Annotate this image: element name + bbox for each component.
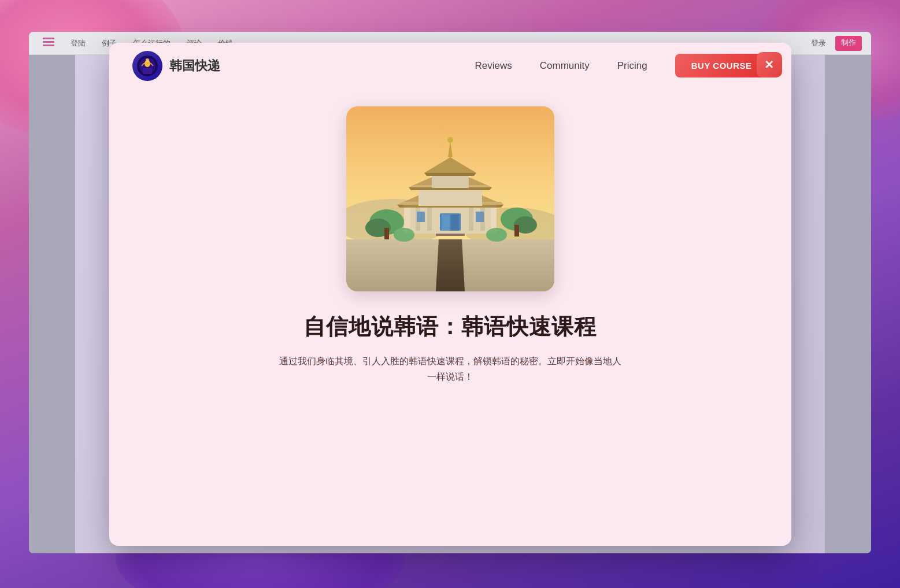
buy-course-button[interactable]: BUY COURSE (675, 54, 768, 77)
svg-marker-15 (436, 239, 465, 291)
modal-header: 韩国快递 Reviews Community Pricing BUY COURS… (109, 43, 791, 89)
nav-reviews[interactable]: Reviews (475, 60, 512, 72)
close-icon: ✕ (764, 58, 774, 72)
nav-community[interactable]: Community (540, 60, 590, 72)
svg-rect-44 (384, 228, 389, 239)
svg-point-7 (146, 58, 149, 62)
svg-marker-39 (424, 173, 476, 176)
logo-area: 韩国快递 (132, 51, 220, 81)
modal-nav: Reviews Community Pricing (475, 60, 647, 72)
logo-icon (132, 51, 162, 81)
course-modal: ✕ (109, 43, 791, 546)
logo-text: 韩国快递 (169, 57, 220, 75)
nav-pricing[interactable]: Pricing (617, 60, 647, 72)
svg-rect-50 (404, 205, 497, 234)
svg-point-41 (447, 137, 453, 143)
svg-rect-5 (143, 68, 152, 74)
hero-title: 自信地说韩语：韩语快速课程 (303, 312, 597, 342)
hero-image (346, 106, 554, 291)
modal-overlay: ✕ (0, 0, 900, 588)
modal-body: 自信地说韩语：韩语快速课程 通过我们身临其境、引人入胜的韩语快速课程，解锁韩语的… (109, 43, 791, 546)
hero-subtitle: 通过我们身临其境、引人入胜的韩语快速课程，解锁韩语的秘密。立即开始像当地人一样说… (277, 353, 624, 384)
close-button[interactable]: ✕ (757, 52, 782, 77)
svg-rect-47 (514, 225, 519, 236)
